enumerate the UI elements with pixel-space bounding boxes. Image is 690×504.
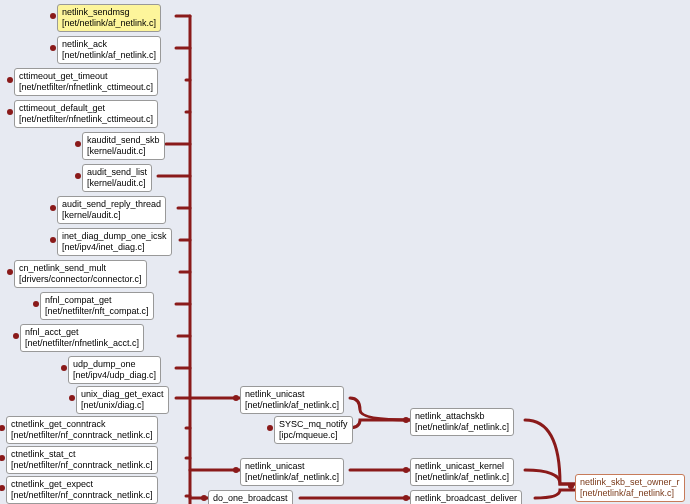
bullet-icon [0,485,5,491]
path-label: [net/netfilter/nf_conntrack_netlink.c] [11,430,153,441]
path-label: [net/ipv4/inet_diag.c] [62,242,167,253]
node-cttimeout-default-get[interactable]: cttimeout_default_get [net/netfilter/nfn… [14,100,158,128]
fn-label: nfnl_compat_get [45,295,149,306]
fn-label: netlink_ack [62,39,156,50]
bullet-icon [13,333,19,339]
path-label: [net/netlink/af_netlink.c] [62,18,156,29]
fn-label: SYSC_mq_notify [279,419,348,430]
path-label: [drivers/connector/connector.c] [19,274,142,285]
node-kauditd-send-skb[interactable]: kauditd_send_skb [kernel/audit.c] [82,132,165,160]
node-netlink-sendmsg[interactable]: netlink_sendmsg [net/netlink/af_netlink.… [57,4,161,32]
bullet-icon [50,45,56,51]
fn-label: ctnetlink_get_conntrack [11,419,153,430]
bullet-icon [75,141,81,147]
fn-label: netlink_unicast [245,461,339,472]
bullet-icon [233,467,239,473]
call-graph: { "nodes": { "netlink_sendmsg": { "fn": … [0,0,690,504]
node-inet-diag-dump-one-icsk[interactable]: inet_diag_dump_one_icsk [net/ipv4/inet_d… [57,228,172,256]
bullet-icon [7,77,13,83]
node-audit-send-reply-thread[interactable]: audit_send_reply_thread [kernel/audit.c] [57,196,166,224]
fn-label: audit_send_list [87,167,147,178]
bullet-icon [50,13,56,19]
fn-label: cttimeout_default_get [19,103,153,114]
bullet-icon [61,365,67,371]
node-ctnetlink-get-expect[interactable]: ctnetlink_get_expect [net/netfilter/nf_c… [6,476,158,504]
fn-label: netlink_skb_set_owner_r [580,477,680,488]
node-udp-dump-one[interactable]: udp_dump_one [net/ipv4/udp_diag.c] [68,356,161,384]
fn-label: netlink_unicast_kernel [415,461,509,472]
fn-label: audit_send_reply_thread [62,199,161,210]
path-label: [net/netlink/af_netlink.c] [580,488,680,499]
fn-label: do_one_broadcast [213,493,288,504]
fn-label: ctnetlink_get_expect [11,479,153,490]
bullet-icon [233,395,239,401]
fn-label: kauditd_send_skb [87,135,160,146]
path-label: [net/netlink/af_netlink.c] [415,422,509,433]
path-label: [ipc/mqueue.c] [279,430,348,441]
node-netlink-attachskb[interactable]: netlink_attachskb [net/netlink/af_netlin… [410,408,514,436]
fn-label: nfnl_acct_get [25,327,139,338]
bullet-icon [69,395,75,401]
fn-label: netlink_attachskb [415,411,509,422]
node-audit-send-list[interactable]: audit_send_list [kernel/audit.c] [82,164,152,192]
bullet-icon [0,425,5,431]
node-do-one-broadcast[interactable]: do_one_broadcast [208,490,293,504]
path-label: [net/netlink/af_netlink.c] [245,472,339,483]
fn-label: netlink_broadcast_deliver [415,493,517,504]
path-label: [net/netfilter/nf_conntrack_netlink.c] [11,490,153,501]
node-netlink-skb-set-owner-r[interactable]: netlink_skb_set_owner_r [net/netlink/af_… [575,474,685,502]
bullet-icon [50,205,56,211]
node-nfnl-acct-get[interactable]: nfnl_acct_get [net/netfilter/nfnetlink_a… [20,324,144,352]
node-netlink-unicast-2[interactable]: netlink_unicast [net/netlink/af_netlink.… [240,458,344,486]
bullet-icon [7,269,13,275]
path-label: [net/netfilter/nfnetlink_cttimeout.c] [19,82,153,93]
bullet-icon [403,495,409,501]
path-label: [net/netfilter/nft_compat.c] [45,306,149,317]
path-label: [net/netfilter/nfnetlink_cttimeout.c] [19,114,153,125]
fn-label: netlink_unicast [245,389,339,400]
path-label: [kernel/audit.c] [62,210,161,221]
node-nfnl-compat-get[interactable]: nfnl_compat_get [net/netfilter/nft_compa… [40,292,154,320]
bullet-icon [7,109,13,115]
node-netlink-ack[interactable]: netlink_ack [net/netlink/af_netlink.c] [57,36,161,64]
node-netlink-broadcast-deliver[interactable]: netlink_broadcast_deliver [410,490,522,504]
node-cttimeout-get-timeout[interactable]: cttimeout_get_timeout [net/netfilter/nfn… [14,68,158,96]
bullet-icon [75,173,81,179]
path-label: [net/ipv4/udp_diag.c] [73,370,156,381]
node-netlink-unicast-kernel[interactable]: netlink_unicast_kernel [net/netlink/af_n… [410,458,514,486]
path-label: [net/netlink/af_netlink.c] [245,400,339,411]
bullet-icon [403,467,409,473]
fn-label: udp_dump_one [73,359,156,370]
fn-label: cttimeout_get_timeout [19,71,153,82]
path-label: [net/netfilter/nf_conntrack_netlink.c] [11,460,153,471]
node-ctnetlink-stat-ct[interactable]: ctnetlink_stat_ct [net/netfilter/nf_conn… [6,446,158,474]
path-label: [net/netfilter/nfnetlink_acct.c] [25,338,139,349]
bullet-icon [0,455,5,461]
node-cn-netlink-send-mult[interactable]: cn_netlink_send_mult [drivers/connector/… [14,260,147,288]
fn-label: netlink_sendmsg [62,7,156,18]
bullet-icon [267,425,273,431]
node-sysc-mq-notify[interactable]: SYSC_mq_notify [ipc/mqueue.c] [274,416,353,444]
path-label: [kernel/audit.c] [87,146,160,157]
fn-label: ctnetlink_stat_ct [11,449,153,460]
path-label: [net/netlink/af_netlink.c] [62,50,156,61]
bullet-icon [50,237,56,243]
bullet-icon [568,483,574,489]
path-label: [kernel/audit.c] [87,178,147,189]
bullet-icon [201,495,207,501]
fn-label: cn_netlink_send_mult [19,263,142,274]
path-label: [net/netlink/af_netlink.c] [415,472,509,483]
node-netlink-unicast-1[interactable]: netlink_unicast [net/netlink/af_netlink.… [240,386,344,414]
node-unix-diag-get-exact[interactable]: unix_diag_get_exact [net/unix/diag.c] [76,386,169,414]
bullet-icon [403,417,409,423]
path-label: [net/unix/diag.c] [81,400,164,411]
bullet-icon [33,301,39,307]
fn-label: inet_diag_dump_one_icsk [62,231,167,242]
node-ctnetlink-get-conntrack[interactable]: ctnetlink_get_conntrack [net/netfilter/n… [6,416,158,444]
fn-label: unix_diag_get_exact [81,389,164,400]
